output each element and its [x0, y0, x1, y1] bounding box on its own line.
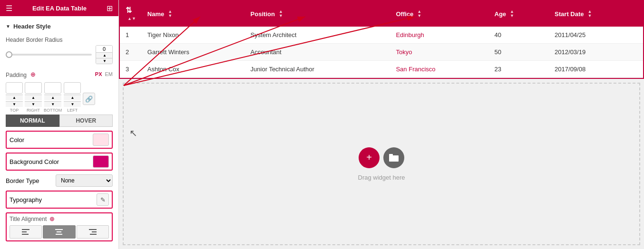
- col-sort-icons-3[interactable]: ▲▼: [417, 10, 421, 18]
- bg-color-swatch[interactable]: [93, 155, 109, 168]
- col-office[interactable]: Office ▲▼: [390, 1, 488, 27]
- header-style-section: ▼ Header Style Header Border Radius ▲ ▼ …: [0, 16, 118, 249]
- col-age[interactable]: Age ▲▼: [489, 1, 549, 27]
- header-style-toggle[interactable]: ▼ Header Style: [6, 20, 113, 33]
- padding-bottom-input[interactable]: [44, 82, 61, 94]
- svg-rect-7: [92, 231, 97, 232]
- cell-age: 40: [489, 27, 549, 44]
- svg-rect-4: [57, 231, 61, 232]
- border-radius-input[interactable]: [96, 46, 112, 52]
- title-align-label: Title Alignment ⊕: [10, 215, 109, 222]
- hover-tab[interactable]: HOVER: [59, 115, 113, 127]
- drop-zone: + Drag widget here: [123, 83, 640, 245]
- col-sort-icons-2[interactable]: ▲▼: [279, 10, 283, 18]
- cell-start-date: 2012/03/19: [549, 44, 643, 61]
- cell-office: Edinburgh: [390, 27, 488, 44]
- align-right-btn[interactable]: [77, 225, 109, 239]
- padding-fields: ▲ ▼ TOP ▲ ▼ RIGHT ▲ ▼ BOTTOM ▲ ▼ LEFT: [6, 82, 113, 113]
- padding-bottom-field: ▲ ▼ BOTTOM: [44, 82, 62, 113]
- padding-left-down[interactable]: ▼: [64, 101, 81, 107]
- header-style-label: Header Style: [13, 23, 51, 30]
- col-sort-icons-0[interactable]: ▲▼: [127, 17, 136, 21]
- padding-top-up[interactable]: ▲: [6, 95, 23, 100]
- border-type-label: Border Type: [6, 177, 39, 184]
- em-option[interactable]: EM: [105, 71, 113, 77]
- padding-left-up[interactable]: ▲: [64, 95, 81, 100]
- add-widget-button[interactable]: +: [359, 147, 380, 168]
- bg-color-field-row: Background Color: [6, 153, 113, 171]
- svg-rect-3: [55, 229, 63, 230]
- align-center-btn[interactable]: [43, 225, 75, 239]
- col-sort-icons-1[interactable]: ▲▼: [168, 10, 172, 18]
- padding-right-up[interactable]: ▲: [25, 95, 42, 100]
- drag-widget-text: Drag widget here: [358, 174, 405, 181]
- sidebar: ☰ Edit EA Data Table ⊞ ▼ Header Style He…: [0, 0, 119, 249]
- svg-rect-6: [89, 229, 97, 230]
- cell-num: 1: [120, 27, 142, 44]
- padding-top-label: TOP: [10, 108, 19, 113]
- padding-top-input[interactable]: [6, 82, 23, 94]
- border-radius-label: Header Border Radius: [6, 37, 113, 43]
- padding-label: Padding: [6, 72, 27, 78]
- title-alignment-section: Title Alignment ⊕: [6, 212, 113, 241]
- svg-rect-8: [90, 234, 97, 235]
- typography-edit-btn[interactable]: ✎: [97, 193, 109, 206]
- col-start-date[interactable]: Start Date ▲▼: [549, 1, 643, 27]
- cell-num: 3: [120, 61, 142, 78]
- padding-bottom-label: BOTTOM: [44, 108, 62, 113]
- border-radius-down[interactable]: ▼: [96, 58, 113, 64]
- align-buttons: [10, 225, 109, 239]
- border-radius-slider[interactable]: [6, 54, 92, 56]
- data-table-wrapper: ⇅ ▲▼ Name ▲▼ Position ▲▼: [119, 0, 644, 79]
- cell-name: Ashton Cox: [142, 61, 245, 78]
- padding-right-down[interactable]: ▼: [25, 101, 42, 107]
- padding-left-input[interactable]: [64, 82, 81, 94]
- col-reorder: ⇅ ▲▼: [120, 1, 142, 27]
- col-name-label: Name: [147, 10, 164, 18]
- hamburger-icon[interactable]: ☰: [6, 4, 12, 13]
- cell-num: 2: [120, 44, 142, 61]
- title-alignment-text: Title Alignment: [10, 216, 47, 222]
- folder-widget-button[interactable]: [383, 147, 404, 168]
- border-radius-row: ▲ ▼: [6, 45, 113, 64]
- col-position-label: Position: [251, 10, 275, 18]
- grid-icon[interactable]: ⊞: [107, 4, 113, 13]
- table-row: 3 Ashton Cox Junior Technical Author San…: [120, 61, 643, 78]
- padding-info-icon[interactable]: ⊕: [30, 71, 36, 78]
- padding-right-input[interactable]: [25, 82, 42, 94]
- svg-rect-10: [389, 154, 393, 156]
- px-option[interactable]: PX: [95, 71, 102, 77]
- cell-start-date: 2017/09/08: [549, 61, 643, 78]
- col-position[interactable]: Position ▲▼: [245, 1, 390, 27]
- col-sort-icons-5[interactable]: ▲▼: [588, 10, 592, 18]
- col-name[interactable]: Name ▲▼: [142, 1, 245, 27]
- svg-rect-9: [389, 155, 399, 162]
- padding-left-field: ▲ ▼ LEFT: [64, 82, 81, 113]
- table-body: 1 Tiger Nixon System Architect Edinburgh…: [120, 27, 643, 78]
- border-type-select[interactable]: None Solid Dashed Dotted: [56, 174, 113, 187]
- padding-top-down[interactable]: ▼: [6, 101, 23, 107]
- cell-name: Tiger Nixon: [142, 27, 245, 44]
- col-sort-icons-4[interactable]: ▲▼: [510, 10, 514, 18]
- color-label: Color: [10, 136, 24, 144]
- padding-bottom-up[interactable]: ▲: [44, 95, 61, 100]
- cell-age: 50: [489, 44, 549, 61]
- normal-tab[interactable]: NORMAL: [6, 115, 59, 127]
- px-em-toggle: PX EM: [95, 71, 113, 77]
- cell-age: 23: [489, 61, 549, 78]
- reorder-icon: ⇅: [126, 6, 132, 14]
- cell-office: San Francisco: [390, 61, 488, 78]
- padding-right-label: RIGHT: [27, 108, 40, 113]
- link-padding-btn[interactable]: 🔗: [83, 93, 95, 105]
- padding-left-label: LEFT: [67, 108, 78, 113]
- cell-position: System Architect: [245, 27, 390, 44]
- col-start-date-label: Start Date: [555, 10, 584, 18]
- color-swatch[interactable]: [93, 134, 109, 146]
- align-left-btn[interactable]: [10, 225, 42, 239]
- padding-bottom-down[interactable]: ▼: [44, 101, 61, 107]
- border-radius-up[interactable]: ▲: [96, 52, 113, 58]
- toggle-arrow: ▼: [6, 24, 10, 29]
- svg-rect-1: [22, 231, 27, 232]
- title-align-info-icon[interactable]: ⊕: [49, 215, 55, 222]
- svg-rect-2: [22, 234, 29, 235]
